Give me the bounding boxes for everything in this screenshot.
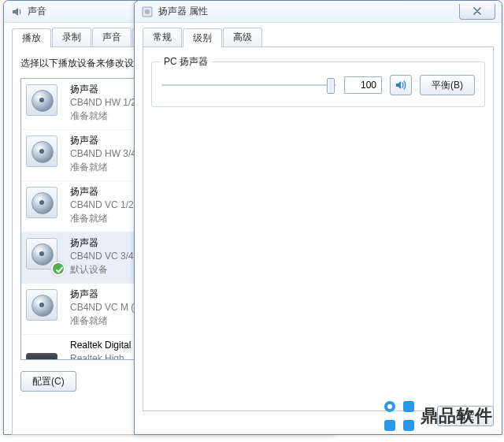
close-button[interactable] bbox=[459, 4, 495, 20]
configure-button[interactable]: 配置(C) bbox=[20, 371, 76, 392]
mute-button[interactable] bbox=[390, 75, 412, 95]
volume-value[interactable] bbox=[344, 76, 382, 94]
tab-levels[interactable]: 级别 bbox=[183, 28, 222, 48]
volume-slider[interactable] bbox=[161, 76, 336, 94]
tab-advanced[interactable]: 高级 bbox=[223, 28, 262, 46]
props-tabstrip: 常规 级别 高级 bbox=[143, 28, 494, 47]
brand-logo-icon bbox=[384, 401, 414, 431]
group-legend: PC 扬声器 bbox=[160, 55, 212, 69]
speaker-icon bbox=[26, 136, 57, 167]
close-icon bbox=[472, 7, 482, 15]
svg-point-1 bbox=[145, 9, 150, 13]
speaker-icon bbox=[26, 289, 57, 321]
tab-playback[interactable]: 播放 bbox=[12, 28, 51, 48]
tab-sounds[interactable]: 声音 bbox=[92, 28, 132, 46]
props-titlebar[interactable]: 扬声器 属性 bbox=[135, 1, 502, 23]
speaker-small-icon bbox=[141, 6, 154, 18]
brand-watermark: 鼎品软件 bbox=[384, 401, 493, 431]
speaker-wave-icon bbox=[395, 80, 407, 91]
props-title: 扬声器 属性 bbox=[158, 5, 208, 18]
slider-thumb[interactable] bbox=[327, 78, 335, 94]
speaker-icon bbox=[26, 84, 57, 116]
tab-general[interactable]: 常规 bbox=[143, 28, 182, 46]
props-tab-panel: PC 扬声器 平衡(B) bbox=[143, 47, 494, 411]
tab-recording[interactable]: 录制 bbox=[52, 28, 91, 46]
checkmark-default-icon bbox=[51, 262, 65, 276]
sound-title: 声音 bbox=[28, 5, 46, 18]
brand-text: 鼎品软件 bbox=[421, 404, 493, 428]
digital-out-icon bbox=[26, 353, 57, 360]
balance-button[interactable]: 平衡(B) bbox=[420, 75, 475, 95]
volume-control-icon bbox=[10, 6, 23, 18]
pc-speaker-group: PC 扬声器 平衡(B) bbox=[151, 61, 485, 107]
speaker-properties-dialog: 扬声器 属性 常规 级别 高级 PC 扬声器 bbox=[134, 0, 502, 435]
speaker-icon bbox=[26, 187, 57, 218]
